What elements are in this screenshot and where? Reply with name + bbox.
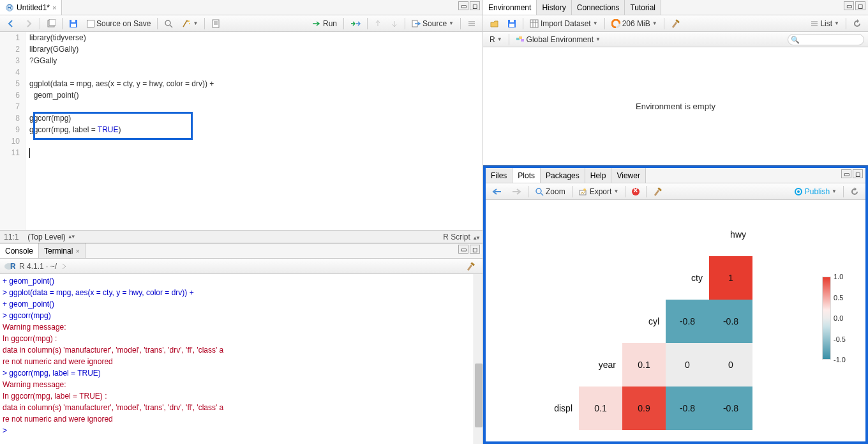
list-label: List: [820, 19, 832, 28]
import-label: Import Dataset: [541, 19, 591, 28]
env-search-input[interactable]: 🔍: [788, 34, 864, 45]
next-plot-button[interactable]: [509, 187, 524, 197]
save-workspace-button[interactable]: [505, 18, 519, 29]
minimize-button[interactable]: ▭: [844, 1, 854, 10]
clear-objects-button[interactable]: [668, 18, 684, 29]
clear-console-button[interactable]: [463, 261, 479, 272]
maximize-button[interactable]: ◻: [470, 245, 480, 254]
minimize-button[interactable]: ▭: [841, 169, 851, 178]
refresh-plot-button[interactable]: [848, 186, 862, 197]
tab-console[interactable]: Console: [0, 243, 39, 258]
close-icon[interactable]: ×: [75, 247, 79, 255]
memory-usage-button[interactable]: 206 MiB▼: [609, 18, 660, 29]
console-scrollbar[interactable]: [474, 274, 483, 444]
clear-plots-button[interactable]: [650, 186, 666, 197]
language-selector[interactable]: R Script ▲▼: [443, 233, 479, 241]
memory-label: 206 MiB: [622, 19, 650, 28]
prev-plot-button[interactable]: [490, 187, 505, 197]
global-env-button[interactable]: Global Environment▼: [513, 34, 603, 45]
rerun-button[interactable]: [348, 19, 363, 29]
svg-point-10: [189, 23, 190, 24]
minimize-button[interactable]: ▭: [458, 245, 468, 254]
refresh-button[interactable]: [850, 18, 864, 29]
load-workspace-button[interactable]: [487, 18, 501, 29]
console-toolbar: R R 4.1.1 · ~/: [0, 259, 483, 274]
cursor-position: 11:1: [4, 233, 19, 241]
tab-history[interactable]: History: [537, 0, 571, 15]
console-pane: Console Terminal× ▭◻ R R 4.1.1 · ~/ + ge…: [0, 243, 483, 444]
svg-point-39: [583, 188, 586, 191]
zoom-button[interactable]: Zoom: [532, 186, 568, 197]
import-dataset-button[interactable]: Import Dataset▼: [527, 18, 601, 29]
r-logo-icon: R: [4, 262, 15, 271]
scope-selector[interactable]: (Top Level) ▲▼: [25, 231, 76, 243]
console-output[interactable]: + geom_point()> ggplot(data = mpg, aes(x…: [0, 274, 483, 444]
code-editor[interactable]: 1234567891011 library(tidyverse)library(…: [0, 32, 483, 230]
svg-point-36: [536, 188, 541, 194]
show-in-new-window-button[interactable]: [44, 18, 58, 29]
source-on-save-label: Source on Save: [96, 19, 151, 28]
svg-point-7: [165, 20, 170, 26]
source-menu-button[interactable]: Source▼: [409, 18, 456, 29]
svg-rect-6: [71, 24, 76, 27]
tab-viewer[interactable]: Viewer: [611, 168, 645, 183]
svg-line-37: [541, 193, 543, 195]
tab-environment[interactable]: Environment: [483, 0, 537, 15]
source-on-save-checkbox[interactable]: Source on Save: [84, 18, 153, 29]
go-next-section-button[interactable]: [388, 19, 401, 29]
tab-files[interactable]: Files: [486, 168, 513, 183]
svg-rect-5: [71, 20, 75, 22]
maximize-button[interactable]: ◻: [853, 169, 863, 178]
env-scope-toolbar: R▼ Global Environment▼ 🔍: [483, 32, 868, 47]
r-file-icon: R: [5, 3, 14, 12]
back-button[interactable]: [4, 18, 18, 29]
svg-rect-23: [510, 20, 514, 22]
r-scope-button[interactable]: R▼: [487, 34, 505, 45]
source-toolbar: Source on Save ▼ Run Source▼: [0, 15, 483, 32]
global-env-label: Global Environment: [527, 35, 594, 44]
search-icon: 🔍: [791, 36, 800, 44]
code-tools-button[interactable]: ▼: [179, 18, 200, 29]
forward-button[interactable]: [22, 18, 36, 29]
console-tab-bar: Console Terminal× ▭◻: [0, 243, 483, 259]
compile-report-button[interactable]: [209, 18, 223, 29]
minimize-button[interactable]: ▭: [458, 1, 468, 10]
source-tab[interactable]: R Untitled1* ×: [0, 0, 62, 15]
outline-button[interactable]: [465, 19, 479, 29]
view-mode-button[interactable]: List▼: [808, 18, 842, 29]
environment-pane: Environment History Connections Tutorial…: [483, 0, 868, 165]
go-prev-section-button[interactable]: [371, 19, 384, 29]
tab-tutorial[interactable]: Tutorial: [625, 0, 661, 15]
remove-plot-button[interactable]: ×: [629, 187, 642, 197]
publish-button[interactable]: Publish▼: [791, 186, 839, 197]
tab-packages[interactable]: Packages: [541, 168, 585, 183]
export-label: Export: [590, 187, 612, 196]
source-tab-bar: R Untitled1* × ▭ ◻: [0, 0, 483, 15]
tab-connections[interactable]: Connections: [572, 0, 625, 15]
line-gutter: 1234567891011: [0, 32, 26, 230]
maximize-button[interactable]: ◻: [470, 1, 480, 10]
export-button[interactable]: Export▼: [576, 186, 622, 197]
remove-icon: ×: [632, 188, 640, 195]
tab-plots[interactable]: Plots: [513, 168, 541, 183]
run-button[interactable]: Run: [310, 18, 340, 29]
env-body: Environment is empty: [483, 47, 868, 165]
find-button[interactable]: [161, 18, 176, 29]
svg-rect-35: [521, 39, 524, 42]
tab-terminal-label: Terminal: [44, 247, 73, 256]
maximize-button[interactable]: ◻: [855, 1, 865, 10]
source-label: Source: [423, 19, 447, 28]
svg-rect-25: [530, 20, 538, 27]
go-to-dir-button[interactable]: [61, 263, 68, 270]
tab-help[interactable]: Help: [585, 168, 612, 183]
svg-text:R: R: [10, 262, 15, 271]
close-icon[interactable]: ×: [52, 4, 56, 11]
publish-label: Publish: [805, 187, 830, 196]
code-area[interactable]: library(tidyverse)library(GGally)?GGally…: [26, 32, 483, 230]
r-version-label: R 4.1.1 · ~/: [19, 262, 57, 271]
tab-terminal[interactable]: Terminal×: [39, 243, 86, 258]
svg-rect-34: [519, 36, 522, 39]
svg-line-8: [170, 25, 172, 27]
save-button[interactable]: [66, 18, 80, 29]
svg-rect-24: [509, 24, 514, 27]
